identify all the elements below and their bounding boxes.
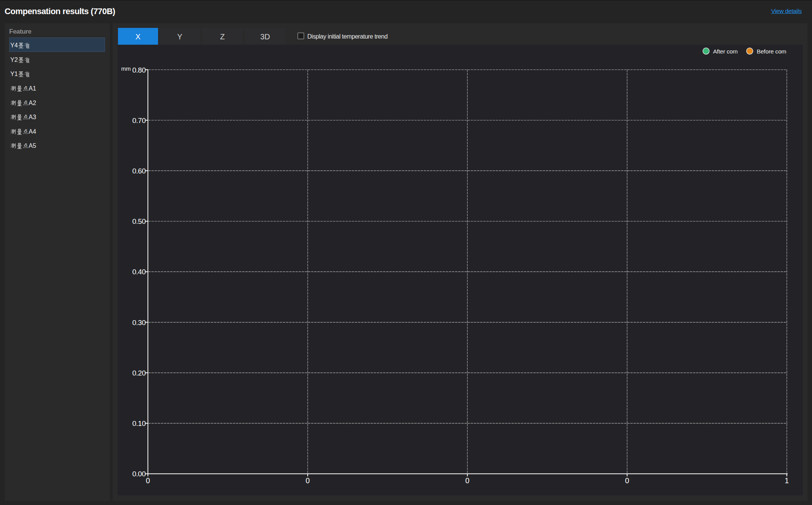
svg-text:0.10: 0.10 [132, 419, 146, 427]
svg-text:0.60: 0.60 [132, 167, 146, 175]
svg-text:After com: After com [713, 48, 738, 55]
svg-text:0.20: 0.20 [132, 369, 146, 377]
svg-text:1: 1 [785, 476, 789, 485]
svg-text:mm: mm [121, 65, 131, 72]
svg-text:0.80: 0.80 [132, 66, 146, 74]
svg-text:0.00: 0.00 [132, 470, 146, 478]
svg-text:0.50: 0.50 [132, 217, 146, 225]
svg-text:0: 0 [306, 476, 310, 485]
svg-text:Before com: Before com [757, 48, 786, 55]
svg-text:0.40: 0.40 [132, 268, 146, 276]
svg-text:0: 0 [146, 476, 150, 485]
svg-text:0.30: 0.30 [132, 319, 146, 327]
svg-text:0: 0 [625, 476, 629, 485]
svg-text:0: 0 [465, 476, 470, 485]
svg-text:0.70: 0.70 [132, 117, 146, 125]
